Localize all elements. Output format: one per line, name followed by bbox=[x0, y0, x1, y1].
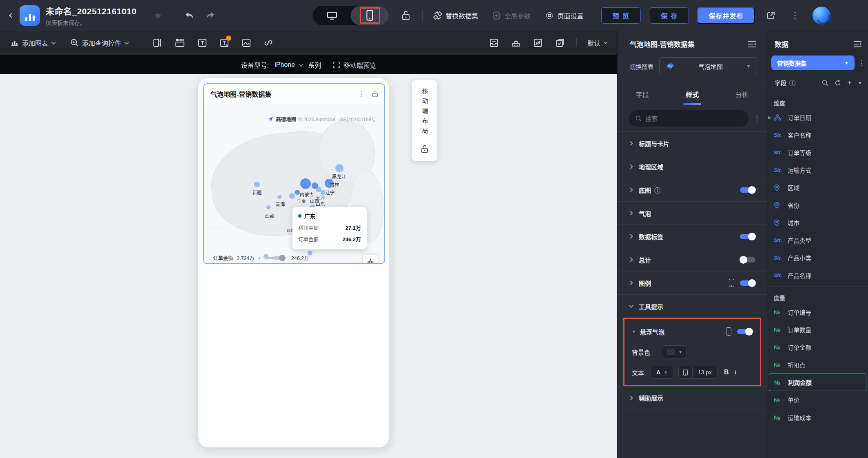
field-order-date[interactable]: ▶ 订单日期 bbox=[767, 109, 868, 126]
measure-order-amount[interactable]: № 订单金额 bbox=[767, 338, 868, 356]
measure-shipping-cost[interactable]: № 运输成本 bbox=[767, 409, 868, 426]
caret-down-icon[interactable]: ▼ bbox=[858, 80, 862, 85]
style-search-input[interactable] bbox=[645, 115, 742, 122]
map-bubble[interactable] bbox=[289, 193, 295, 199]
preview-button[interactable]: 预 览 bbox=[601, 7, 640, 24]
bold-button[interactable]: B bbox=[724, 369, 729, 376]
map-bubble[interactable] bbox=[295, 190, 300, 195]
add-chart-button[interactable]: 添加图表 bbox=[11, 38, 55, 48]
style-search-box[interactable] bbox=[629, 110, 748, 127]
card-menu-button[interactable]: ⋮ bbox=[358, 91, 365, 98]
font-size-control[interactable]: 13 px bbox=[678, 366, 717, 379]
draft-box-button[interactable] bbox=[489, 38, 499, 48]
save-button[interactable]: 保 存 bbox=[650, 7, 689, 24]
more-menu-button[interactable]: ⋮ bbox=[790, 11, 799, 20]
bubble-map-card[interactable]: 气泡地图-营销数据集 ⋮ 高德地图 © 2025 AutoNavi - GS(2… bbox=[203, 83, 385, 264]
user-avatar[interactable] bbox=[813, 7, 830, 24]
measure-profit-amount[interactable]: № 利润金额 bbox=[769, 374, 866, 391]
measure-discount[interactable]: № 折扣点 bbox=[767, 356, 868, 374]
card-unlock-icon[interactable] bbox=[372, 90, 379, 98]
section-tooltip[interactable]: 工具提示 bbox=[618, 294, 767, 318]
font-color-picker[interactable]: A ▼ bbox=[651, 366, 673, 379]
bg-color-picker[interactable]: ▼ bbox=[663, 345, 686, 358]
map-bubble[interactable] bbox=[266, 205, 270, 209]
redo-button[interactable] bbox=[204, 11, 216, 20]
share-button[interactable] bbox=[766, 11, 776, 20]
undo-button[interactable] bbox=[184, 11, 195, 20]
map-bubble[interactable] bbox=[277, 195, 281, 199]
tab-layout-button[interactable] bbox=[175, 38, 185, 48]
dataset-more-button[interactable]: ⋮ bbox=[858, 60, 865, 67]
field-province[interactable]: 省份 bbox=[767, 196, 868, 214]
add-query-control-button[interactable]: 添加查询控件 bbox=[70, 38, 128, 48]
tab-fields[interactable]: 字段 bbox=[618, 82, 667, 105]
refresh-icon[interactable] bbox=[835, 80, 841, 86]
italic-button[interactable]: I bbox=[735, 369, 737, 376]
image-button[interactable] bbox=[241, 38, 251, 48]
device-series[interactable]: 系列 bbox=[308, 60, 321, 70]
field-region[interactable]: 区域 bbox=[767, 179, 868, 196]
mobile-mode-button[interactable] bbox=[351, 6, 389, 25]
replace-dataset-button[interactable]: 替换数据集 bbox=[433, 11, 478, 20]
expand-icon[interactable]: ▶ bbox=[768, 115, 771, 120]
hide-element-button[interactable] bbox=[533, 38, 543, 48]
field-product-subtype[interactable]: Str. 产品小类 bbox=[767, 249, 868, 267]
add-field-icon[interactable]: + bbox=[847, 79, 852, 87]
layout-unlock-icon[interactable] bbox=[421, 145, 429, 153]
tab-style[interactable]: 样式 bbox=[667, 82, 717, 105]
measure-order-id[interactable]: № 订单编号 bbox=[767, 303, 868, 321]
province-label: 吉林 bbox=[330, 181, 339, 188]
field-product-type[interactable]: Str. 产品类型 bbox=[767, 231, 868, 249]
tab-analysis[interactable]: 分析 bbox=[717, 82, 767, 105]
field-customer-name[interactable]: Str. 客户名称 bbox=[767, 126, 868, 144]
map-bubble[interactable] bbox=[335, 164, 343, 172]
china-bubble-map[interactable]: 高德地图 © 2025 AutoNavi - GS(2024)1158号 bbox=[204, 104, 384, 263]
batch-select-button[interactable] bbox=[555, 38, 565, 48]
dataset-selector[interactable]: 营销数据集 ▼ bbox=[771, 56, 855, 70]
field-ship-mode[interactable]: Str. 运输方式 bbox=[767, 161, 868, 179]
map-bubble[interactable] bbox=[300, 178, 311, 189]
total-toggle[interactable] bbox=[740, 257, 755, 262]
collapse-panel-icon[interactable] bbox=[747, 40, 757, 48]
desktop-mode-button[interactable] bbox=[313, 6, 351, 25]
map-bubble[interactable] bbox=[254, 182, 260, 187]
collapse-panel-icon[interactable] bbox=[853, 40, 862, 48]
section-aux-display[interactable]: 辅助展示 bbox=[618, 386, 767, 409]
locate-button[interactable] bbox=[363, 255, 378, 263]
save-publish-button[interactable]: 保存并发布 bbox=[697, 7, 755, 24]
field-order-level[interactable]: Str. 订单等级 bbox=[767, 144, 868, 161]
clear-canvas-button[interactable] bbox=[511, 38, 521, 48]
section-legend[interactable]: 图例 bbox=[618, 271, 767, 294]
chart-type-dropdown[interactable]: 气泡地图 ▼ bbox=[659, 57, 757, 75]
search-fields-icon[interactable] bbox=[822, 80, 828, 86]
ai-text-button[interactable] bbox=[219, 38, 229, 48]
link-button[interactable] bbox=[264, 38, 273, 48]
theme-selector[interactable]: 默认 bbox=[587, 38, 607, 48]
legend-toggle[interactable] bbox=[740, 280, 755, 286]
mobile-layout-panel[interactable]: 移动端布局 bbox=[412, 80, 437, 161]
widget-panel-button[interactable] bbox=[153, 38, 162, 48]
data-label-toggle[interactable] bbox=[740, 234, 755, 239]
basemap-toggle[interactable] bbox=[740, 187, 755, 193]
measure-unit-price[interactable]: № 单价 bbox=[767, 391, 868, 409]
measure-order-qty[interactable]: № 订单数量 bbox=[767, 321, 868, 338]
field-product-name[interactable]: Str. 产品名称 bbox=[767, 267, 868, 284]
search-more-button[interactable]: ⋮ bbox=[753, 115, 760, 122]
mobile-preview-button[interactable]: 移动端预览 bbox=[333, 60, 376, 70]
global-params-button[interactable]: 全局参数 bbox=[493, 11, 530, 20]
section-total[interactable]: 总计 bbox=[618, 248, 767, 271]
field-city[interactable]: 城市 bbox=[767, 214, 868, 231]
section-data-label[interactable]: 数据标签 bbox=[618, 225, 767, 248]
hover-bubble-toggle[interactable] bbox=[737, 329, 753, 334]
favorite-star-icon[interactable]: ★ bbox=[154, 10, 163, 21]
section-bubble[interactable]: 气泡 bbox=[618, 201, 767, 225]
device-model-select[interactable]: iPhone bbox=[275, 61, 302, 69]
section-basemap[interactable]: 底图ⓘ bbox=[618, 178, 767, 201]
page-settings-button[interactable]: 页面设置 bbox=[545, 11, 583, 20]
back-button[interactable] bbox=[10, 14, 13, 17]
section-title-card[interactable]: 标题与卡片 bbox=[618, 131, 767, 155]
lock-button[interactable] bbox=[401, 10, 411, 21]
hover-bubble-row[interactable]: ▼ 悬浮气泡 bbox=[624, 321, 760, 342]
text-button[interactable] bbox=[197, 38, 207, 48]
section-geo-area[interactable]: 地理区域 bbox=[618, 155, 767, 178]
